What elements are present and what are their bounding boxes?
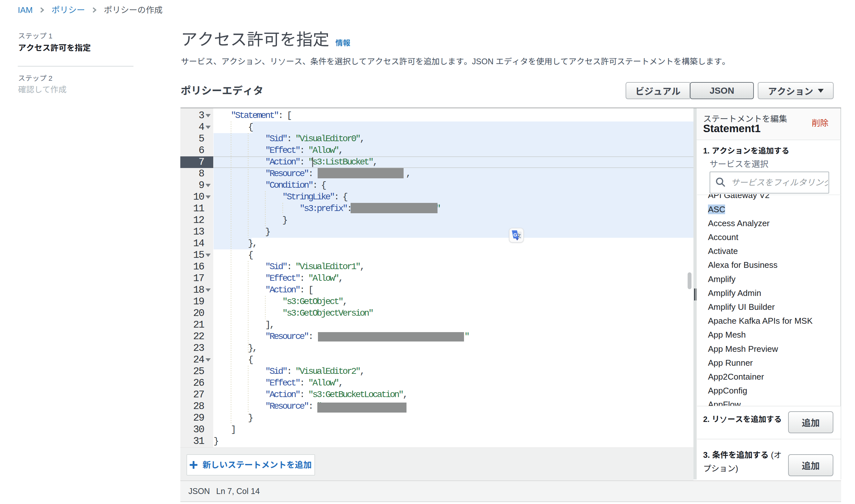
svg-text:G: G xyxy=(513,232,517,237)
